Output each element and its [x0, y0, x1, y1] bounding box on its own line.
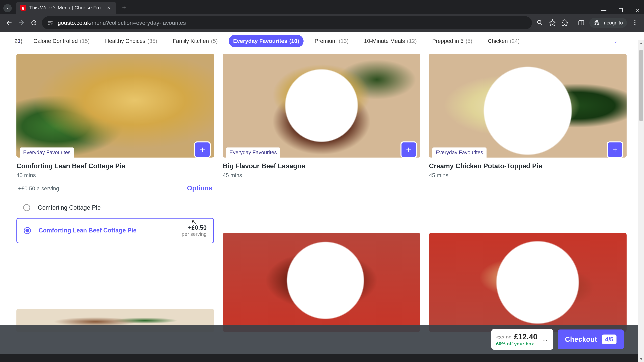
- option-selected[interactable]: Comforting Lean Beef Cottage Pie +£0.50 …: [16, 218, 214, 243]
- category-bar: ‹ 23) Calorie Controlled(15) Healthy Cho…: [0, 32, 644, 50]
- checkout-footer: £33.99 £12.40 60% off your box ︿ Checkou…: [0, 325, 644, 354]
- url-text: gousto.co.uk/menu?collection=everyday-fa…: [58, 19, 186, 26]
- scroll-down-icon[interactable]: ▼: [638, 356, 644, 362]
- search-icon[interactable]: [536, 18, 544, 27]
- checkout-button[interactable]: Checkout 4/5: [558, 330, 624, 349]
- incognito-badge[interactable]: Incognito: [589, 18, 627, 28]
- maximize-button[interactable]: ❐: [616, 7, 625, 13]
- chevron-up-icon: ︿: [542, 335, 548, 344]
- radio-dot-icon: [26, 229, 29, 232]
- recipe-time: 40 mins: [16, 172, 214, 178]
- site-settings-icon[interactable]: [47, 19, 54, 26]
- category-calorie-controlled[interactable]: Calorie Controlled(15): [29, 35, 94, 47]
- recipe-card[interactable]: [429, 233, 626, 332]
- recipe-image: Everyday Favourites +: [429, 54, 626, 158]
- category-everyday-favourites[interactable]: Everyday Favourites(10): [229, 35, 304, 47]
- category-chicken[interactable]: Chicken(24): [484, 35, 524, 47]
- options-heading[interactable]: Options: [187, 184, 212, 192]
- radio-icon: [24, 227, 31, 234]
- scroll-thumb[interactable]: [639, 50, 643, 121]
- option-label: Comforting Lean Beef Cottage Pie: [38, 226, 174, 235]
- close-window-button[interactable]: ✕: [633, 7, 642, 13]
- checkout-label: Checkout: [565, 335, 597, 344]
- category-scroll-left[interactable]: ‹: [16, 37, 24, 45]
- recipe-card[interactable]: Everyday Favourites + Big Flavour Beef L…: [223, 54, 420, 178]
- svg-point-3: [634, 22, 636, 23]
- page-content: ‹ 23) Calorie Controlled(15) Healthy Cho…: [0, 32, 644, 354]
- svg-rect-0: [579, 21, 584, 25]
- recipe-category-tag: Everyday Favourites: [226, 147, 280, 158]
- recipe-title: Comforting Lean Beef Cottage Pie: [16, 162, 214, 170]
- new-tab-button[interactable]: +: [119, 3, 129, 13]
- back-button[interactable]: [5, 18, 14, 27]
- bookmark-icon[interactable]: [548, 18, 557, 27]
- recipe-image: [429, 233, 626, 332]
- recipe-image: [223, 233, 420, 332]
- category-prepped-in-5[interactable]: Prepped in 5(5): [428, 35, 477, 47]
- favicon-icon: g: [20, 5, 26, 11]
- option-label: Comforting Cottage Pie: [38, 204, 207, 212]
- browser-toolbar: gousto.co.uk/menu?collection=everyday-fa…: [0, 14, 644, 32]
- add-recipe-button[interactable]: +: [194, 141, 211, 158]
- forward-button[interactable]: [17, 18, 26, 27]
- address-bar[interactable]: gousto.co.uk/menu?collection=everyday-fa…: [42, 16, 532, 29]
- options-price-note: +£0.50 a serving: [18, 185, 59, 192]
- incognito-icon: [593, 19, 600, 26]
- add-recipe-button[interactable]: +: [607, 141, 623, 158]
- recipe-image: Everyday Favourites +: [16, 54, 214, 158]
- recipe-card[interactable]: Everyday Favourites + Creamy Chicken Pot…: [429, 54, 626, 178]
- category-premium[interactable]: Premium(13): [310, 35, 353, 47]
- checkout-count: 4/5: [602, 335, 616, 344]
- window-controls: — ❐ ✕: [600, 7, 642, 13]
- options-popover: +£0.50 a serving Options Comforting Cott…: [16, 180, 214, 248]
- browser-tab-strip: g This Week's Menu | Choose Fro × + — ❐ …: [0, 0, 644, 14]
- svg-point-4: [634, 24, 636, 25]
- recipe-image: Everyday Favourites +: [223, 54, 420, 158]
- recipe-card[interactable]: [223, 233, 420, 332]
- incognito-label: Incognito: [602, 20, 623, 26]
- recipe-time: 45 mins: [223, 172, 420, 178]
- discount-label: 60% off your box: [496, 341, 537, 347]
- recipe-grid: Everyday Favourites + Comforting Lean Be…: [0, 50, 644, 178]
- scroll-up-icon[interactable]: ▲: [638, 40, 644, 46]
- recipe-category-tag: Everyday Favourites: [432, 147, 486, 158]
- extensions-icon[interactable]: [560, 18, 569, 27]
- toolbar-divider: [573, 18, 573, 27]
- category-10-minute-meals[interactable]: 10-Minute Meals(12): [360, 35, 421, 47]
- tab-title: This Week's Menu | Choose Fro: [29, 5, 102, 10]
- minimize-button[interactable]: —: [600, 7, 608, 13]
- scrollbar[interactable]: ▲ ▼: [638, 40, 644, 362]
- recipe-category-tag: Everyday Favourites: [20, 147, 74, 158]
- option-price: +£0.50 per serving: [182, 224, 206, 237]
- category-scroll-right[interactable]: ›: [612, 37, 620, 45]
- recipe-title: Creamy Chicken Potato-Topped Pie: [429, 162, 626, 170]
- category-family-kitchen[interactable]: Family Kitchen(5): [168, 35, 222, 47]
- recipe-title: Big Flavour Beef Lasagne: [223, 162, 420, 170]
- svg-point-2: [634, 20, 636, 21]
- menu-icon[interactable]: [630, 18, 639, 27]
- side-panel-icon[interactable]: [577, 18, 586, 27]
- tab-search-dropdown[interactable]: [3, 4, 12, 12]
- option-unselected[interactable]: Comforting Cottage Pie: [16, 199, 214, 217]
- recipe-card[interactable]: Everyday Favourites + Comforting Lean Be…: [16, 54, 214, 178]
- add-recipe-button[interactable]: +: [400, 141, 417, 158]
- recipe-time: 45 mins: [429, 172, 626, 178]
- browser-tab-active[interactable]: g This Week's Menu | Choose Fro ×: [16, 2, 116, 14]
- tab-close-button[interactable]: ×: [105, 4, 112, 11]
- reload-button[interactable]: [30, 18, 38, 27]
- category-healthy-choices[interactable]: Healthy Choices(35): [101, 35, 162, 47]
- price-discounted: £12.40: [514, 332, 538, 341]
- price-summary[interactable]: £33.99 £12.40 60% off your box ︿: [492, 329, 553, 350]
- price-original: £33.99: [496, 335, 512, 341]
- radio-icon: [23, 204, 30, 211]
